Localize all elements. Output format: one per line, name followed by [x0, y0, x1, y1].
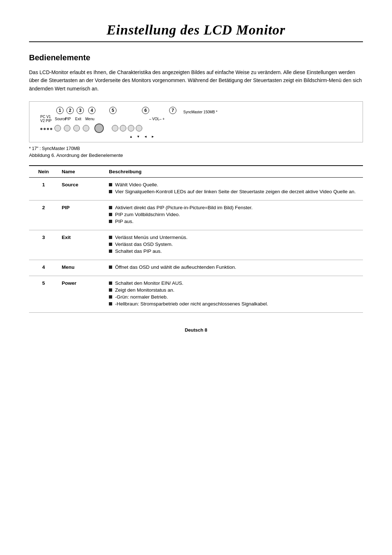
bullet-text: Schaltet den Monitor EIN/ AUS.: [115, 280, 183, 286]
bullet-text: Öffnet das OSD und wählt die aufleuchten…: [115, 264, 236, 270]
bullet-icon: [109, 220, 112, 223]
controls-table: Nein Name Beschreibung 1SourceWählt Vide…: [29, 165, 363, 313]
table-header-name: Name: [58, 166, 105, 178]
led-dots: [40, 128, 52, 130]
cell-nein-4: 4: [29, 260, 58, 276]
bullet-item: Verlässt Menüs und Untermenüs.: [109, 235, 359, 240]
title-divider: [29, 41, 363, 42]
bullet-text: Vier Signalquellen-Kontroll LEDs auf der…: [115, 189, 356, 194]
nav-btn-3: [128, 125, 134, 131]
bullet-text: -Hellbraun: Stromsparbetrieb oder nicht …: [115, 301, 268, 307]
bullet-text: Verlässt Menüs und Untermenüs.: [115, 235, 188, 240]
cell-name-4: Menu: [58, 260, 105, 276]
source-button-diagram: [54, 125, 61, 131]
bullet-item: Aktiviert direkt das PIP (Picture-in-Pic…: [109, 205, 359, 210]
bullet-icon: [109, 250, 112, 253]
menu-button-diagram: [83, 125, 89, 131]
bullet-icon: [109, 183, 112, 186]
bullet-icon: [109, 213, 112, 216]
bullet-icon: [109, 295, 112, 299]
table-row: 5PowerSchaltet den Monitor EIN/ AUS.Zeig…: [29, 276, 363, 313]
cell-desc-5: Schaltet den Monitor EIN/ AUS.Zeigt den …: [105, 276, 363, 313]
bullet-text: Aktiviert direkt das PIP (Picture-in-Pic…: [115, 205, 253, 210]
pip-button-diagram: [64, 125, 70, 131]
cell-nein-2: 2: [29, 200, 58, 230]
cell-desc-1: Wählt Video Quelle.Vier Signalquellen-Ko…: [105, 178, 363, 200]
diagram-num-6: 6: [142, 107, 149, 114]
nav-btn-1: [112, 125, 118, 131]
table-row: 3ExitVerlässt Menüs und Untermenüs.Verlä…: [29, 230, 363, 260]
arrow-right: ►: [149, 135, 156, 138]
table-row: 2PIPAktiviert direkt das PIP (Picture-in…: [29, 200, 363, 230]
cell-name-5: Power: [58, 276, 105, 313]
bullet-item: PIP zum Vollbildschirm Video.: [109, 212, 359, 217]
cell-nein-5: 5: [29, 276, 58, 313]
footer: Deutsch 8: [29, 327, 363, 333]
syncmaster-label: SyncMaster 150MB *: [183, 110, 217, 114]
diag-label-vol: – VOL– +: [149, 117, 165, 121]
table-row: 4MenuÖffnet das OSD und wählt die aufleu…: [29, 260, 363, 276]
bullet-item: Öffnet das OSD und wählt die aufleuchten…: [109, 264, 359, 270]
table-header-beschreibung: Beschreibung: [105, 166, 363, 178]
power-button-diagram: [94, 123, 104, 133]
bullet-item: -Grün: normaler Betrieb.: [109, 294, 359, 300]
bullet-item: -Hellbraun: Stromsparbetrieb oder nicht …: [109, 301, 359, 307]
intro-text: Das LCD-Monitor erlaubt es Ihnen, die Ch…: [29, 68, 363, 93]
cell-name-3: Exit: [58, 230, 105, 260]
diagram-caption: Abbildung 6. Anordnung der Bedienelement…: [29, 153, 363, 158]
page-title: Einstellung des LCD Monitor: [29, 22, 363, 38]
diag-label-menu: Menu: [85, 117, 98, 121]
bullet-item: Zeigt den Monitorstatus an.: [109, 287, 359, 293]
bullet-text: PIP zum Vollbildschirm Video.: [115, 212, 180, 217]
cell-desc-4: Öffnet das OSD und wählt die aufleuchten…: [105, 260, 363, 276]
bullet-item: PIP aus.: [109, 219, 359, 224]
diagram-num-3: 3: [77, 107, 84, 114]
diagram-num-2: 2: [66, 107, 74, 114]
cell-desc-2: Aktiviert direkt das PIP (Picture-in-Pic…: [105, 200, 363, 230]
cell-nein-1: 1: [29, 178, 58, 200]
nav-btn-4: [136, 125, 142, 131]
bullet-text: -Grün: normaler Betrieb.: [115, 294, 168, 300]
diag-label-pip: PIP: [65, 117, 75, 121]
bullet-item: Verlässt das OSD System.: [109, 242, 359, 247]
bullet-item: Schaltet das PIP aus.: [109, 248, 359, 254]
table-header-nein: Nein: [29, 166, 58, 178]
arrow-down: ▼: [135, 135, 142, 138]
nav-btn-2: [120, 125, 126, 131]
bullet-icon: [109, 302, 112, 305]
diag-label-exit: Exit: [75, 117, 85, 121]
bullet-text: PIP aus.: [115, 219, 134, 224]
bullet-item: Wählt Video Quelle.: [109, 182, 359, 187]
arrow-up: ▲: [127, 135, 135, 138]
arrow-left: ◄: [142, 135, 149, 138]
bullet-icon: [109, 236, 112, 239]
bullet-icon: [109, 190, 112, 193]
bullet-icon: [109, 206, 112, 209]
bullet-text: Schaltet das PIP aus.: [115, 248, 162, 254]
bullet-item: Vier Signalquellen-Kontroll LEDs auf der…: [109, 189, 359, 194]
table-row: 1SourceWählt Video Quelle.Vier Signalque…: [29, 178, 363, 200]
diagram-num-4: 4: [88, 107, 95, 114]
diagram-num-7: 7: [169, 107, 176, 114]
bullet-item: Schaltet den Monitor EIN/ AUS.: [109, 280, 359, 286]
diag-label-source: Source: [55, 117, 65, 121]
diagram-note: * 17" : SyncMaster 170MB: [29, 146, 363, 151]
bullet-text: Verlässt das OSD System.: [115, 242, 173, 247]
cell-nein-3: 3: [29, 230, 58, 260]
cell-name-2: PIP: [58, 200, 105, 230]
bullet-icon: [109, 243, 112, 246]
cell-name-1: Source: [58, 178, 105, 200]
exit-button-diagram: [73, 125, 80, 131]
bullet-icon: [109, 281, 112, 285]
cell-desc-3: Verlässt Menüs und Untermenüs.Verlässt d…: [105, 230, 363, 260]
bullet-icon: [109, 266, 112, 269]
bullet-icon: [109, 288, 112, 292]
diagram-num-5: 5: [109, 107, 117, 114]
bullet-text: Zeigt den Monitorstatus an.: [115, 287, 175, 293]
bullet-text: Wählt Video Quelle.: [115, 182, 158, 187]
section-title: Bedienelemente: [29, 53, 363, 62]
diagram-num-1: 1: [56, 107, 64, 114]
diag-label-pcv: PC V1 V2 PIP: [40, 115, 55, 123]
monitor-diagram: 1 2 3 4 5 6 7 SyncMaster 150MB * PC V1 V…: [29, 101, 363, 142]
